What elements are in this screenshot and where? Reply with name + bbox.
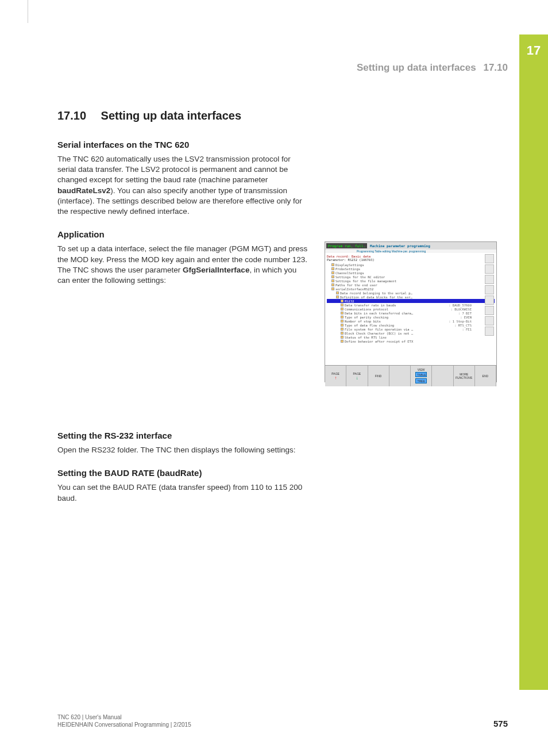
tree-node-icon <box>331 275 334 278</box>
page-number: 575 <box>493 719 508 728</box>
section-heading-text: Setting up data interfaces <box>101 109 242 122</box>
tree-row: DisplaySettings <box>327 263 495 267</box>
footer-line2: HEIDENHAIN Conversational Programming | … <box>57 721 191 728</box>
block-baud: Setting the BAUD RATE (baudRate) You can… <box>57 468 500 503</box>
tree-row-label: ChannelSettings <box>335 271 364 275</box>
tree-node-icon <box>341 324 344 327</box>
fig-parameter: Parameter: RS232 (106703) <box>327 258 495 262</box>
softkey-empty <box>389 366 411 386</box>
softkey-view: VIEW TABLE TREE <box>411 366 432 386</box>
fig-tree: DisplaySettingsProbeSettingsChannelSetti… <box>327 263 495 343</box>
tree-node-icon <box>331 271 334 274</box>
tree-row-selected: RS232 <box>327 299 495 303</box>
tree-row: Number of stop bits: 1 Stop-Bit <box>327 319 495 323</box>
tree-row-label: Data record belonging to the serial p… <box>340 291 412 295</box>
tree-row: Data bits in each transferred chara…: 7 … <box>327 311 495 315</box>
tree-row: Type of parity checking: EVEN <box>327 315 495 319</box>
tree-row-label: Type of data flow checking <box>345 324 394 327</box>
tree-node-icon <box>331 263 334 266</box>
right-icon <box>485 275 494 284</box>
tree-row-label: Type of parity checking <box>345 316 388 319</box>
tree-row: Type of data flow checking: RTS_CTS <box>327 323 495 327</box>
tree-row-label: Definition of data blocks for the ser… <box>340 296 412 299</box>
para-serial-a: The TNC 620 automatically uses the LSV2 … <box>57 155 291 184</box>
para-baud: You can set the BAUD RATE (data transfer… <box>57 482 310 503</box>
chapter-number: 17 <box>519 34 548 58</box>
section-title: 17.10 Setting up data interfaces <box>57 109 500 122</box>
tree-node-icon <box>331 279 334 282</box>
para-application: To set up a data interface, select the f… <box>57 244 310 286</box>
tree-row-label: serialInterfaceRS232 <box>335 287 373 291</box>
tree-node-icon <box>341 340 344 343</box>
tree-row-value: : BAUD_57600 <box>449 304 472 307</box>
softkey-page-up: PAGE↑ <box>325 366 346 386</box>
sk-table-label: TABLE <box>415 372 427 377</box>
tree-node-icon <box>341 320 344 323</box>
running-header-title: Setting up data interfaces <box>357 62 476 73</box>
tree-row: Settings for the file management <box>327 279 495 283</box>
softkey-more: MORE FUNCTIONS <box>454 366 475 386</box>
fig-body: Data record: Basic data Parameter: RS232… <box>325 253 496 365</box>
softkey-end: END <box>475 366 496 386</box>
para-serial: The TNC 620 automatically uses the LSV2 … <box>57 154 310 217</box>
tree-row-value: : 1 Stop-Bit <box>449 320 472 323</box>
sk-label: VIEW <box>411 368 431 371</box>
tree-node-icon <box>341 312 344 314</box>
footer-line1: TNC 620 | User's Manual <box>57 713 191 721</box>
tree-row-value: : RTS_CTS <box>454 324 472 327</box>
tree-row-label: Communications protocol <box>345 308 388 311</box>
tree-row-value: : EVEN <box>460 316 472 319</box>
tree-node-icon <box>336 291 339 294</box>
fig-titlebar: Program run, full. Machine parameter pro… <box>325 242 496 250</box>
heading-application: Application <box>57 229 500 239</box>
tree-node-icon <box>341 328 344 331</box>
tree-row-label: Block Check Character (BCC) is not … <box>345 332 413 335</box>
tree-node-icon <box>341 316 344 318</box>
tree-row-value: : BLOCKWISE <box>451 308 472 311</box>
tree-row-label: Settings for the NC editor <box>335 275 385 279</box>
tree-row: Communications protocol: BLOCKWISE <box>327 307 495 311</box>
right-icon <box>485 306 494 315</box>
tree-node-icon <box>341 332 344 335</box>
tree-row-label: RS232 <box>345 300 354 303</box>
tree-node-icon <box>341 304 344 306</box>
fig-right-icon-col <box>485 254 495 337</box>
tree-row: ProbeSettings <box>327 267 495 271</box>
margin-mark <box>28 0 28 23</box>
tree-row: Definition of data blocks for the ser… <box>327 295 495 299</box>
tnc-screenshot: Program run, full. Machine parameter pro… <box>325 241 497 382</box>
page-footer: TNC 620 | User's Manual HEIDENHAIN Conve… <box>57 713 508 728</box>
right-icon <box>485 254 494 263</box>
arrow-down-icon: ↓ <box>347 375 366 381</box>
tree-row-label: Number of stop bits <box>345 320 381 323</box>
right-icon <box>485 264 494 274</box>
section-number: 17.10 <box>57 109 98 122</box>
softkey-empty <box>432 366 453 386</box>
tree-node-icon <box>331 287 334 290</box>
tree-row: Settings for the NC editor <box>327 275 495 279</box>
tree-node-icon <box>341 336 344 339</box>
tree-row-value: : 7 BIT <box>458 312 472 315</box>
tree-row-label: Status of the RTS line <box>345 336 387 339</box>
tree-row: Paths for the end user <box>327 283 495 287</box>
baudratelsv2-bold: baudRateLsv2 <box>57 186 110 195</box>
chapter-tab: 17 <box>519 34 548 690</box>
tree-row-label: Data transfer rate in bauds <box>345 304 396 307</box>
right-icon <box>485 327 494 336</box>
softkey-find: FIND <box>368 366 389 386</box>
tree-row-label: ProbeSettings <box>335 267 360 271</box>
heading-serial: Serial interfaces on the TNC 620 <box>57 140 500 149</box>
tree-row: serialInterfaceRS232 <box>327 287 495 291</box>
tree-node-icon <box>341 308 344 310</box>
tree-row-label: Data bits in each transferred chara… <box>345 312 413 315</box>
tree-row-label: File system for file operation via … <box>345 328 413 331</box>
arrow-up-icon: ↑ <box>326 375 345 381</box>
tree-row-label: DisplaySettings <box>335 263 364 267</box>
tree-row-label: Paths for the end user <box>335 283 377 287</box>
block-rs232: Setting the RS-232 interface Open the RS… <box>57 431 500 455</box>
heading-baud: Setting the BAUD RATE (baudRate) <box>57 468 500 478</box>
tree-row: Data transfer rate in bauds: BAUD_57600 <box>327 303 495 307</box>
tree-node-icon <box>336 296 339 298</box>
gfgserialinterface-bold: GfgSerialInterface <box>183 266 249 274</box>
running-header-num: 17.10 <box>483 62 508 73</box>
